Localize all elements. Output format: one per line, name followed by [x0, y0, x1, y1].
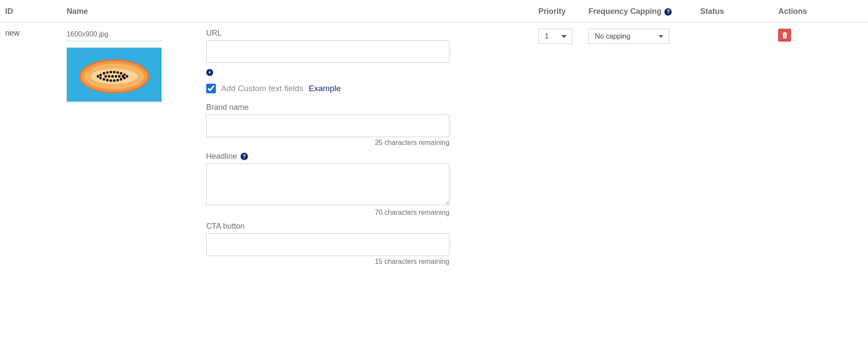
- frequency-capping-select[interactable]: No capping: [588, 29, 669, 44]
- brand-name-label: Brand name: [206, 103, 449, 112]
- svg-point-8: [110, 71, 112, 73]
- svg-point-17: [110, 79, 112, 82]
- column-header-id: ID: [0, 0, 61, 23]
- cta-input[interactable]: [206, 233, 449, 256]
- example-link[interactable]: Example: [309, 84, 341, 93]
- svg-point-6: [103, 72, 106, 75]
- svg-point-27: [122, 75, 124, 78]
- custom-fields-checkbox[interactable]: [206, 84, 216, 93]
- trash-icon: [782, 32, 788, 39]
- svg-point-23: [108, 75, 111, 78]
- headline-input[interactable]: [206, 164, 449, 205]
- add-url-icon[interactable]: +: [206, 69, 213, 76]
- status-cell: [695, 23, 773, 277]
- svg-point-5: [99, 74, 102, 76]
- column-header-frequency: Frequency Capping ?: [583, 0, 695, 23]
- svg-point-20: [120, 78, 122, 81]
- svg-point-15: [103, 78, 106, 81]
- column-header-priority: Priority: [533, 0, 584, 23]
- svg-point-11: [120, 72, 122, 75]
- svg-point-18: [113, 79, 116, 82]
- svg-point-14: [99, 77, 102, 79]
- help-icon[interactable]: ?: [664, 8, 672, 16]
- custom-fields-label: Add Custom text fields: [221, 84, 304, 93]
- svg-point-25: [115, 75, 117, 78]
- column-header-status: Status: [695, 0, 773, 23]
- column-header-actions: Actions: [773, 0, 868, 23]
- svg-point-16: [106, 79, 109, 82]
- delete-button[interactable]: [778, 29, 791, 42]
- svg-point-9: [113, 71, 116, 73]
- column-header-name: Name: [61, 0, 201, 23]
- headline-remaining: 70 characters remaining: [206, 209, 449, 217]
- svg-point-28: [97, 75, 99, 78]
- cta-label: CTA button: [206, 222, 449, 231]
- help-icon[interactable]: ?: [241, 153, 248, 160]
- creatives-table: ID Name Priority Frequency Capping ? Sta…: [0, 0, 868, 277]
- svg-point-10: [116, 71, 119, 74]
- brand-name-input[interactable]: [206, 115, 449, 137]
- svg-point-22: [105, 75, 107, 78]
- url-label: URL: [206, 29, 449, 38]
- table-row: new: [0, 23, 868, 277]
- svg-point-7: [106, 71, 109, 74]
- svg-point-24: [112, 75, 114, 78]
- cta-remaining: 15 characters remaining: [206, 258, 449, 266]
- brand-name-remaining: 25 characters remaining: [206, 139, 449, 147]
- svg-point-26: [118, 75, 121, 78]
- svg-point-13: [126, 75, 129, 78]
- name-input[interactable]: [66, 29, 162, 41]
- papaya-image: [67, 48, 162, 102]
- url-input[interactable]: [206, 40, 449, 63]
- svg-point-19: [116, 79, 119, 82]
- priority-select[interactable]: 1: [538, 29, 572, 44]
- creative-thumbnail: [66, 47, 162, 102]
- row-id: new: [0, 23, 61, 277]
- headline-label: Headline ?: [206, 152, 449, 161]
